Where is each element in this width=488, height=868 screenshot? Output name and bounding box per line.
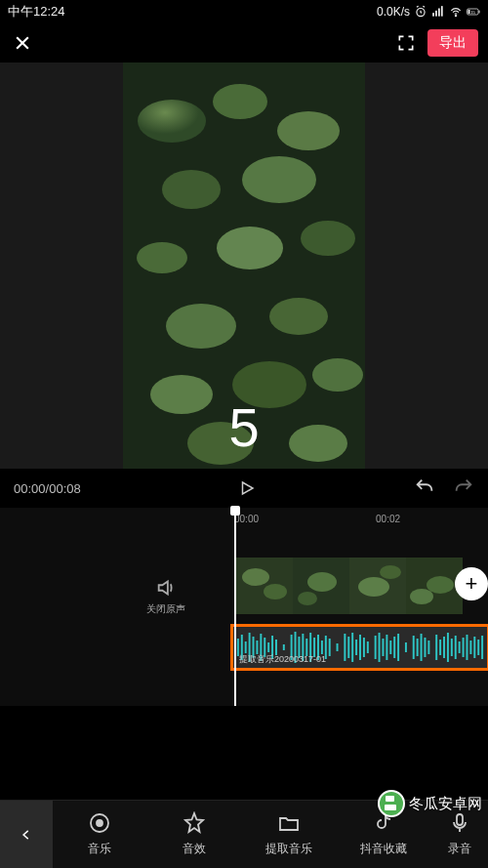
svg-point-11 bbox=[138, 100, 206, 143]
svg-point-21 bbox=[150, 375, 213, 414]
svg-rect-3 bbox=[438, 9, 440, 17]
svg-rect-79 bbox=[417, 639, 419, 656]
ruler-tick: 00:02 bbox=[376, 514, 400, 524]
fullscreen-button[interactable] bbox=[394, 31, 418, 55]
chevron-left-icon bbox=[20, 825, 33, 845]
undo-button[interactable] bbox=[414, 476, 435, 501]
svg-point-27 bbox=[242, 568, 269, 586]
watermark-logo-icon bbox=[378, 790, 405, 817]
svg-rect-77 bbox=[405, 642, 407, 652]
music-icon bbox=[88, 811, 111, 835]
tool-label: 提取音乐 bbox=[265, 841, 312, 857]
preview-frame: 5 bbox=[123, 62, 365, 469]
svg-rect-41 bbox=[245, 641, 247, 653]
audio-clip[interactable]: 提取音乐20200317-01 bbox=[230, 624, 488, 671]
svg-rect-70 bbox=[375, 636, 377, 659]
svg-rect-50 bbox=[283, 644, 285, 650]
svg-rect-81 bbox=[424, 638, 426, 657]
playback-controls: 00:00/00:08 bbox=[0, 469, 488, 508]
export-button[interactable]: 导出 bbox=[427, 29, 478, 57]
wifi-icon bbox=[449, 5, 463, 19]
svg-point-20 bbox=[269, 298, 328, 335]
top-bar: 导出 bbox=[0, 23, 488, 62]
svg-rect-67 bbox=[359, 635, 361, 660]
svg-rect-88 bbox=[455, 636, 457, 659]
svg-point-5 bbox=[455, 16, 456, 17]
svg-rect-62 bbox=[337, 643, 339, 651]
svg-rect-93 bbox=[473, 637, 475, 658]
svg-rect-74 bbox=[389, 641, 391, 654]
preview-area[interactable]: 5 bbox=[0, 62, 488, 469]
status-bar: 中午12:24 0.0K/s 15 bbox=[0, 0, 488, 23]
time-display: 00:00/00:08 bbox=[14, 481, 81, 496]
svg-rect-4 bbox=[441, 6, 443, 17]
battery-icon: 15 bbox=[467, 5, 480, 19]
add-clip-button[interactable]: + bbox=[455, 567, 488, 600]
timeline-ruler: 00:00 00:02 bbox=[0, 508, 488, 530]
svg-rect-76 bbox=[397, 634, 399, 661]
svg-rect-75 bbox=[393, 637, 395, 658]
svg-rect-85 bbox=[443, 637, 445, 658]
svg-rect-91 bbox=[466, 635, 468, 660]
close-button[interactable] bbox=[10, 30, 35, 56]
speaker-icon bbox=[155, 577, 177, 599]
play-button[interactable] bbox=[81, 479, 414, 497]
svg-text:15: 15 bbox=[470, 10, 475, 15]
redo-button[interactable] bbox=[453, 476, 474, 501]
svg-point-15 bbox=[242, 156, 316, 203]
tool-label: 音乐 bbox=[88, 841, 111, 857]
svg-point-12 bbox=[213, 84, 267, 119]
tool-extract-music[interactable]: 提取音乐 bbox=[242, 811, 337, 857]
tool-sound-effect[interactable]: 音效 bbox=[147, 811, 242, 857]
svg-rect-2 bbox=[435, 11, 437, 17]
svg-rect-84 bbox=[439, 640, 441, 655]
svg-rect-83 bbox=[435, 635, 437, 660]
signal-icon bbox=[431, 5, 445, 19]
svg-point-17 bbox=[217, 227, 283, 269]
svg-point-19 bbox=[166, 304, 236, 349]
svg-point-36 bbox=[427, 576, 454, 594]
svg-point-37 bbox=[410, 589, 433, 604]
tool-label: 音效 bbox=[183, 841, 206, 857]
svg-point-31 bbox=[298, 592, 317, 605]
mute-label: 关闭原声 bbox=[146, 602, 185, 616]
play-icon bbox=[238, 479, 256, 497]
svg-rect-44 bbox=[256, 641, 258, 654]
svg-point-13 bbox=[277, 111, 340, 150]
mute-original-button[interactable]: 关闭原声 bbox=[146, 577, 185, 616]
status-time: 中午12:24 bbox=[8, 3, 65, 21]
alarm-icon bbox=[414, 5, 427, 19]
net-speed: 0.0K/s bbox=[377, 5, 410, 19]
svg-rect-82 bbox=[427, 641, 429, 654]
audio-clip-label: 提取音乐20200317-01 bbox=[239, 653, 326, 666]
watermark-text: 冬瓜安卓网 bbox=[409, 795, 482, 813]
svg-point-14 bbox=[162, 170, 221, 209]
back-button[interactable] bbox=[0, 801, 53, 869]
svg-point-33 bbox=[358, 577, 389, 597]
status-right: 0.0K/s 15 bbox=[377, 5, 480, 19]
svg-rect-80 bbox=[421, 634, 423, 661]
svg-point-16 bbox=[137, 242, 187, 273]
video-thumbnail bbox=[293, 558, 349, 614]
video-track[interactable] bbox=[236, 558, 463, 614]
playhead[interactable] bbox=[234, 508, 236, 706]
svg-rect-59 bbox=[321, 641, 323, 654]
tool-music[interactable]: 音乐 bbox=[53, 811, 147, 857]
svg-rect-78 bbox=[413, 636, 415, 659]
svg-rect-26 bbox=[236, 558, 293, 614]
tool-label: 抖音收藏 bbox=[360, 841, 407, 857]
close-icon bbox=[13, 33, 32, 53]
svg-rect-8 bbox=[468, 10, 470, 14]
redo-icon bbox=[453, 476, 474, 498]
tool-douyin-fav[interactable]: 抖音收藏 bbox=[337, 811, 431, 857]
svg-rect-65 bbox=[351, 633, 353, 662]
svg-rect-86 bbox=[447, 633, 449, 662]
svg-rect-89 bbox=[459, 641, 461, 653]
tool-record[interactable]: 录音 bbox=[431, 811, 488, 857]
svg-rect-92 bbox=[469, 641, 471, 654]
svg-rect-95 bbox=[481, 636, 483, 659]
timeline[interactable]: 00:00 00:02 关闭原声 + 提取音乐20200317-01 bbox=[0, 508, 488, 706]
track-area: 关闭原声 + 提取音乐20200317-01 bbox=[0, 530, 488, 706]
svg-rect-71 bbox=[379, 633, 381, 662]
svg-rect-69 bbox=[367, 641, 369, 653]
